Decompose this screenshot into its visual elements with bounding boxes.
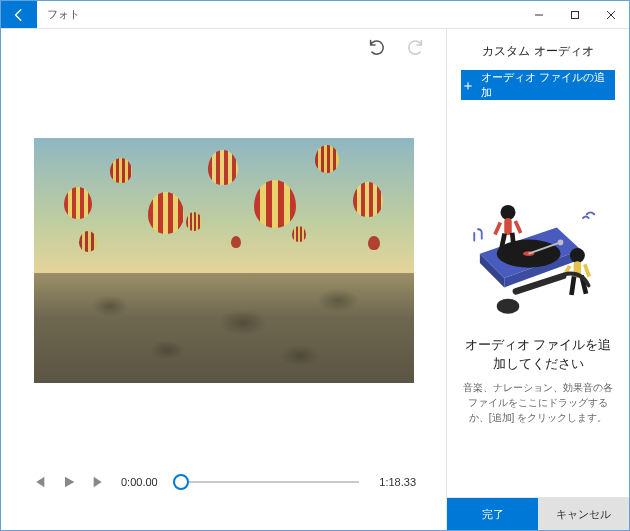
minimize-button[interactable] <box>521 1 557 28</box>
timeline-slider[interactable] <box>178 468 360 496</box>
main-panel: 0:00.00 1:18.33 <box>1 29 447 530</box>
empty-state: オーディオ ファイルを追加してください 音楽、ナレーション、効果音の各ファイルを… <box>447 100 629 497</box>
close-icon <box>606 10 616 20</box>
done-button[interactable]: 完了 <box>447 498 538 530</box>
svg-point-13 <box>570 248 585 263</box>
content: 0:00.00 1:18.33 カスタム オーディオ ＋ オーディオ ファイルの… <box>1 29 629 530</box>
cancel-button[interactable]: キャンセル <box>538 498 629 530</box>
close-button[interactable] <box>593 1 629 28</box>
total-time: 1:18.33 <box>379 476 416 488</box>
titlebar: フォト <box>1 1 629 29</box>
svg-rect-8 <box>504 218 512 235</box>
back-button[interactable] <box>1 1 37 28</box>
svg-point-7 <box>501 204 516 219</box>
undo-button[interactable] <box>364 35 386 57</box>
empty-title: オーディオ ファイルを追加してください <box>461 335 615 374</box>
skip-next-icon <box>91 474 107 490</box>
custom-audio-panel: カスタム オーディオ ＋ オーディオ ファイルの追加 <box>447 29 629 530</box>
skip-prev-icon <box>31 474 47 490</box>
prev-frame-button[interactable] <box>31 474 47 490</box>
arrow-left-icon <box>12 8 26 22</box>
panel-title: カスタム オーディオ <box>447 29 629 70</box>
maximize-button[interactable] <box>557 1 593 28</box>
video-preview[interactable] <box>34 138 414 383</box>
panel-footer: 完了 キャンセル <box>447 497 629 530</box>
svg-rect-0 <box>572 11 579 18</box>
app-title: フォト <box>37 1 90 28</box>
maximize-icon <box>570 10 580 20</box>
svg-rect-16 <box>583 263 591 277</box>
redo-icon <box>406 35 428 57</box>
empty-description: 音楽、ナレーション、効果音の各ファイルをここにドラッグするか、[追加] をクリッ… <box>461 380 615 425</box>
photos-custom-audio-window: フォト <box>0 0 630 531</box>
minimize-icon <box>534 10 544 20</box>
play-icon <box>61 474 77 490</box>
redo-button[interactable] <box>406 35 428 57</box>
svg-point-19 <box>497 298 520 313</box>
svg-rect-12 <box>514 220 523 234</box>
audio-illustration-icon <box>463 173 613 323</box>
timeline-thumb[interactable] <box>173 474 189 490</box>
preview-area <box>1 63 446 458</box>
svg-point-6 <box>558 239 564 245</box>
player-controls: 0:00.00 1:18.33 <box>1 458 446 530</box>
add-audio-file-button[interactable]: ＋ オーディオ ファイルの追加 <box>461 70 615 100</box>
next-frame-button[interactable] <box>91 474 107 490</box>
svg-rect-11 <box>493 221 502 235</box>
add-audio-label: オーディオ ファイルの追加 <box>481 70 615 100</box>
svg-rect-17 <box>569 276 576 295</box>
edit-toolbar <box>1 29 446 63</box>
undo-icon <box>364 35 386 57</box>
play-button[interactable] <box>61 474 77 490</box>
current-time: 0:00.00 <box>121 476 158 488</box>
plus-icon: ＋ <box>461 78 475 92</box>
